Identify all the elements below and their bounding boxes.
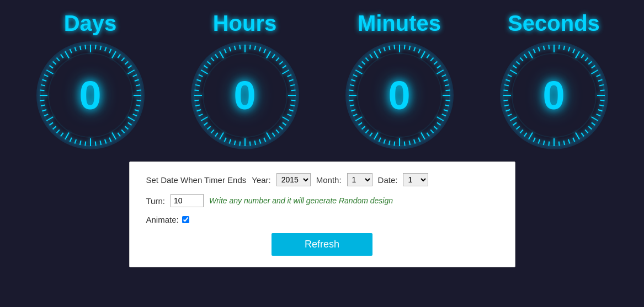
turn-row: Turn: Write any number and it will gener…: [146, 194, 498, 207]
timer-label-seconds: Seconds: [508, 11, 600, 36]
timer-label-minutes: Minutes: [358, 11, 441, 36]
date-row: Set Date When Timer Ends Year: 2015 2016…: [146, 173, 498, 186]
date-select[interactable]: 123 456 789 101112 131415 161718 192021 …: [403, 173, 428, 186]
turn-hint: Write any number and it will generate Ra…: [209, 196, 393, 205]
date-label: Date:: [378, 175, 398, 185]
circle-wrapper-seconds: 0: [499, 40, 609, 150]
timer-unit-seconds: Seconds0: [493, 11, 615, 150]
circle-wrapper-hours: 0: [190, 40, 300, 150]
timer-value-minutes: 0: [388, 73, 410, 118]
month-select[interactable]: 123 456 789 101112: [347, 173, 372, 186]
timer-unit-minutes: Minutes0: [339, 11, 460, 150]
controls-panel: Set Date When Timer Ends Year: 2015 2016…: [129, 161, 515, 267]
month-label: Month:: [316, 175, 342, 185]
animate-row: Animate:: [146, 215, 498, 224]
refresh-button[interactable]: Refresh: [272, 233, 372, 256]
circle-wrapper-minutes: 0: [344, 40, 455, 150]
timer-label-days: Days: [64, 11, 117, 36]
timer-value-seconds: 0: [542, 73, 565, 118]
animate-checkbox[interactable]: [182, 216, 189, 223]
animate-label: Animate:: [146, 215, 179, 224]
circle-wrapper-days: 0: [35, 40, 146, 150]
year-select[interactable]: 2015 2016 2017: [276, 173, 311, 186]
refresh-row: Refresh: [146, 233, 498, 256]
turn-input[interactable]: [171, 194, 204, 207]
timer-value-days: 0: [79, 73, 101, 118]
set-date-label: Set Date When Timer Ends: [146, 175, 247, 185]
timer-unit-days: Days0: [30, 11, 151, 150]
timer-label-hours: Hours: [213, 11, 277, 36]
countdown-container: Days0Hours0Minutes0Seconds0: [0, 0, 644, 150]
timer-unit-hours: Hours0: [184, 11, 306, 150]
timer-value-hours: 0: [233, 73, 256, 118]
turn-label: Turn:: [146, 196, 165, 206]
year-label: Year:: [252, 175, 270, 185]
